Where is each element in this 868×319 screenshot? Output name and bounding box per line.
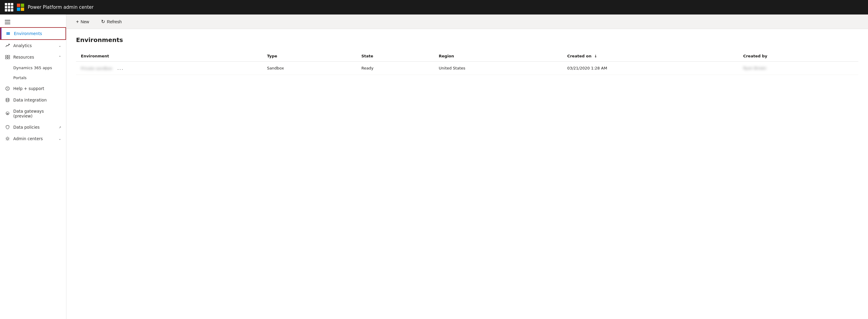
row-actions-menu[interactable]: ... [117, 65, 124, 71]
sidebar-environments-label: Environments [14, 31, 61, 36]
sidebar-item-data-policies[interactable]: Data policies ↗ [0, 121, 66, 133]
environments-table: Environment Type State Region Created on [76, 51, 858, 75]
sidebar-item-environments[interactable]: Environments [0, 27, 66, 40]
svg-point-10 [7, 138, 8, 140]
app-body: Environments Analytics ⌄ [0, 14, 868, 319]
waffle-icon[interactable] [5, 3, 13, 11]
sidebar-help-label: Help + support [13, 86, 61, 91]
refresh-button[interactable]: ↻ Refresh [99, 18, 124, 26]
sidebar-data-integration-label: Data integration [13, 97, 61, 103]
sidebar-data-gateways-label: Data gateways (preview) [13, 109, 61, 118]
col-created-on[interactable]: Created on ↓ [562, 51, 738, 62]
cell-created-on: 03/21/2020 1:28 AM [562, 62, 738, 75]
admin-centers-chevron-icon: ⌄ [59, 137, 61, 141]
svg-text:?: ? [7, 87, 8, 90]
analytics-icon [5, 43, 10, 48]
layers-icon [5, 31, 11, 36]
data-integration-icon [5, 97, 10, 103]
new-button[interactable]: + New [73, 18, 91, 26]
app-title: Power Platform admin center [28, 4, 94, 10]
admin-centers-icon [5, 136, 10, 141]
col-state[interactable]: State [356, 51, 434, 62]
new-label: New [81, 19, 89, 24]
resources-chevron-icon: ⌃ [59, 55, 61, 59]
sidebar-item-dynamics-365-apps[interactable]: Dynamics 365 apps [0, 63, 66, 73]
svg-rect-1 [6, 33, 10, 34]
col-environment[interactable]: Environment [76, 51, 262, 62]
dynamics-365-apps-label: Dynamics 365 apps [13, 65, 52, 70]
col-type[interactable]: Type [262, 51, 356, 62]
sidebar-item-data-integration[interactable]: Data integration [0, 94, 66, 106]
table-row: Private sandbox ... Sandbox Ready United… [76, 62, 858, 75]
sidebar-resources-label: Resources [13, 55, 56, 59]
sidebar-item-admin-centers[interactable]: Admin centers ⌄ [0, 133, 66, 144]
toolbar: + New ↻ Refresh [66, 14, 868, 29]
data-gateways-icon [5, 111, 10, 116]
environment-name: Private sandbox [81, 66, 112, 71]
sidebar-item-help-support[interactable]: ? Help + support [0, 83, 66, 94]
col-created-by[interactable]: Created by [738, 51, 858, 62]
resources-icon [5, 54, 10, 60]
page-title: Environments [76, 36, 858, 44]
cell-state: Ready [356, 62, 434, 75]
analytics-chevron-icon: ⌄ [59, 44, 61, 48]
sidebar: Environments Analytics ⌄ [0, 14, 66, 319]
new-icon: + [76, 19, 79, 25]
svg-rect-4 [8, 55, 10, 57]
top-bar: Power Platform admin center [0, 0, 868, 14]
cell-type: Sandbox [262, 62, 356, 75]
sidebar-item-data-gateways[interactable]: Data gateways (preview) [0, 106, 66, 121]
data-policies-external-icon: ↗ [59, 126, 61, 129]
hamburger-icon [5, 20, 10, 24]
svg-point-9 [6, 98, 9, 99]
sidebar-item-resources[interactable]: Resources ⌃ [0, 51, 66, 63]
refresh-label: Refresh [107, 19, 122, 24]
col-region[interactable]: Region [434, 51, 562, 62]
sidebar-item-portals[interactable]: Portals [0, 73, 66, 83]
svg-rect-6 [8, 57, 10, 59]
svg-rect-0 [6, 32, 10, 33]
sidebar-data-policies-label: Data policies [13, 125, 56, 129]
content-area: Environments Environment Type State [66, 29, 868, 319]
sidebar-admin-centers-label: Admin centers [13, 136, 56, 141]
created-by-name: Ryan Brown [743, 66, 766, 70]
main-content: + New ↻ Refresh Environments Environment [66, 14, 868, 319]
sidebar-analytics-label: Analytics [13, 43, 56, 48]
cell-environment[interactable]: Private sandbox ... [76, 62, 262, 75]
data-policies-icon [5, 124, 10, 130]
portals-label: Portals [13, 76, 27, 80]
sidebar-item-analytics[interactable]: Analytics ⌄ [0, 40, 66, 51]
help-icon: ? [5, 86, 10, 91]
sort-desc-icon: ↓ [594, 54, 597, 58]
microsoft-logo [17, 4, 24, 11]
hamburger-button[interactable] [0, 17, 66, 27]
svg-rect-5 [5, 57, 7, 59]
svg-rect-3 [5, 55, 7, 57]
cell-created-by: Ryan Brown [738, 62, 858, 75]
svg-rect-2 [6, 34, 10, 35]
refresh-icon: ↻ [101, 19, 105, 25]
cell-region: United States [434, 62, 562, 75]
